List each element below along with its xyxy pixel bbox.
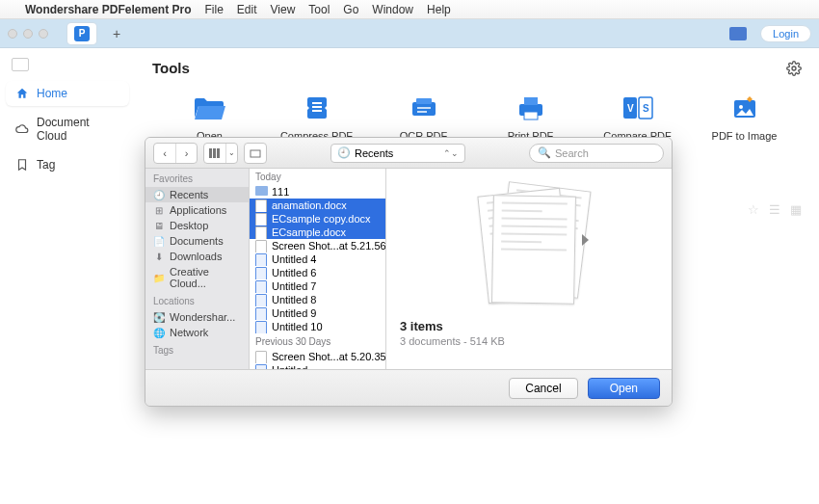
svg-rect-15 xyxy=(217,148,220,158)
dialog-footer: Cancel Open xyxy=(145,369,672,406)
document-icon xyxy=(255,321,267,332)
tool-compare[interactable]: VS Compare PDF xyxy=(590,93,686,142)
file-row[interactable]: Untitled 8 xyxy=(250,293,385,306)
view-dropdown-button[interactable]: ⌄ xyxy=(225,144,237,163)
group-prev30: Previous 30 Days xyxy=(250,333,385,350)
menu-file[interactable]: File xyxy=(205,3,224,16)
file-row[interactable]: ECsample copy.docx xyxy=(250,212,385,225)
sidebar-section-tags: Tags xyxy=(145,340,249,358)
sidebar-documents[interactable]: 📄Documents xyxy=(145,233,249,249)
login-button[interactable]: Login xyxy=(760,25,811,42)
tool-print[interactable]: Print PDF xyxy=(483,93,579,142)
file-row[interactable]: Untitled 9 xyxy=(250,306,385,320)
view-mode-segment: ⌄ xyxy=(203,143,238,164)
svg-rect-16 xyxy=(251,150,260,157)
file-row[interactable]: Untitled 7 xyxy=(250,279,385,293)
open-folder-icon xyxy=(193,93,227,122)
sidebar-location-disk[interactable]: 💽Wondershar... xyxy=(145,309,249,325)
file-row[interactable]: Untitled 6 xyxy=(250,266,385,279)
sidebar-item-document-cloud[interactable]: Document Cloud xyxy=(6,110,129,148)
tool-open[interactable]: Open xyxy=(162,93,258,142)
file-row[interactable]: Untitled 10 xyxy=(250,320,385,333)
menu-view[interactable]: View xyxy=(271,3,296,16)
sidebar-recents[interactable]: 🕘Recents xyxy=(145,187,249,202)
tool-compress[interactable]: Compress PDF xyxy=(269,93,365,142)
disk-icon: 💽 xyxy=(153,311,165,323)
sidebar-downloads[interactable]: ⬇Downloads xyxy=(145,249,249,264)
tools-grid: Open Compress PDF OCR PDF Print PDF VS C… xyxy=(152,93,802,142)
file-row[interactable]: anamation.docx xyxy=(250,199,385,212)
clock-icon: 🕘 xyxy=(153,189,165,200)
menu-go[interactable]: Go xyxy=(343,3,358,16)
app-tab[interactable]: P xyxy=(67,23,96,44)
file-name: anamation.docx xyxy=(272,199,347,211)
svg-rect-3 xyxy=(416,98,432,104)
cancel-button[interactable]: Cancel xyxy=(509,378,577,399)
next-column-icon[interactable] xyxy=(582,234,589,246)
new-tab-button[interactable]: + xyxy=(106,23,127,44)
column-view-button[interactable] xyxy=(204,144,225,163)
sidebar-item-home[interactable]: Home xyxy=(6,81,129,106)
document-icon xyxy=(255,226,267,238)
document-icon xyxy=(255,364,267,369)
grid-icon[interactable]: ▦ xyxy=(790,202,802,217)
sidebar-collapse-icon[interactable] xyxy=(12,58,29,71)
system-menubar: Wondershare PDFelement Pro File Edit Vie… xyxy=(0,0,819,19)
sidebar-location-network[interactable]: 🌐Network xyxy=(145,325,249,340)
file-list-column: Today 111anamation.docxECsample copy.doc… xyxy=(250,169,386,369)
svg-rect-6 xyxy=(524,112,538,119)
file-name: Untitled 7 xyxy=(272,280,316,292)
tool-pdf-to-image[interactable]: PDF to Image xyxy=(697,93,793,142)
sidebar-desktop[interactable]: 🖥Desktop xyxy=(145,218,249,233)
group-button[interactable] xyxy=(245,144,266,163)
back-button[interactable]: ‹ xyxy=(154,144,175,163)
file-name: Screen Shot...at 5.21.56 PM xyxy=(272,240,385,252)
list-icon[interactable]: ☰ xyxy=(769,202,780,217)
open-button[interactable]: Open xyxy=(588,378,660,399)
document-icon xyxy=(255,213,267,225)
sidebar-item-tag[interactable]: Tag xyxy=(6,152,129,177)
sidebar-applications[interactable]: ⊞Applications xyxy=(145,202,249,218)
menu-window[interactable]: Window xyxy=(372,3,413,16)
file-row[interactable]: Screen Shot...at 5.20.35 PM xyxy=(250,350,385,363)
search-field[interactable]: 🔍 Search xyxy=(529,144,664,163)
file-row[interactable]: ECsample.docx xyxy=(250,225,385,239)
file-name: Untitled 9 xyxy=(272,307,316,319)
document-icon xyxy=(255,294,267,305)
document-icon xyxy=(255,199,267,211)
language-flag-icon[interactable] xyxy=(729,27,747,40)
pdf-to-image-icon xyxy=(727,93,762,122)
star-icon[interactable]: ☆ xyxy=(748,202,759,217)
file-name: ECsample.docx xyxy=(272,226,346,238)
sidebar-creative-cloud[interactable]: 📁Creative Cloud... xyxy=(145,264,249,291)
location-popup[interactable]: 🕘 Recents ⌃⌄ xyxy=(330,144,465,163)
documents-icon: 📄 xyxy=(153,235,165,247)
network-icon: 🌐 xyxy=(153,327,165,338)
traffic-light-close[interactable] xyxy=(8,29,17,39)
menu-edit[interactable]: Edit xyxy=(237,3,257,16)
forward-button[interactable]: › xyxy=(175,144,197,163)
document-icon xyxy=(255,267,267,279)
file-name: Untitled 10 xyxy=(272,321,323,332)
compare-icon: VS xyxy=(621,93,655,122)
traffic-light-zoom[interactable] xyxy=(39,29,48,39)
file-row[interactable]: Screen Shot...at 5.21.56 PM xyxy=(250,239,385,252)
menu-tool[interactable]: Tool xyxy=(308,3,330,16)
file-row[interactable]: Untitled 4 xyxy=(250,252,385,266)
tool-ocr[interactable]: OCR PDF xyxy=(376,93,472,142)
menu-help[interactable]: Help xyxy=(427,3,451,16)
app-sidebar: Home Document Cloud Tag xyxy=(0,48,135,504)
apps-icon: ⊞ xyxy=(153,204,165,216)
chevron-updown-icon: ⌃⌄ xyxy=(443,148,459,158)
app-menu[interactable]: Wondershare PDFelement Pro xyxy=(25,3,192,16)
document-icon xyxy=(255,307,267,319)
traffic-light-minimize[interactable] xyxy=(23,29,33,39)
file-name: Untitled 6 xyxy=(272,267,316,279)
compress-icon xyxy=(300,93,334,122)
clock-icon: 🕘 xyxy=(337,146,351,159)
settings-button[interactable] xyxy=(786,61,802,76)
preview-thumbnail xyxy=(471,182,587,307)
file-name: 111 xyxy=(272,186,289,198)
file-row[interactable]: 111 xyxy=(250,185,385,199)
svg-point-0 xyxy=(792,66,796,70)
